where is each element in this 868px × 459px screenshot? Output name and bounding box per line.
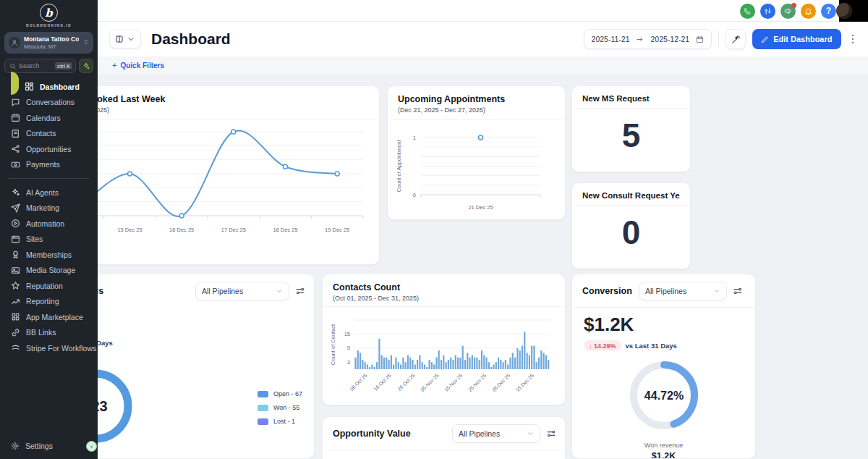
- app-marketplace-icon: [11, 312, 20, 321]
- sparkle-icon: [82, 62, 90, 70]
- phone-icon[interactable]: [740, 4, 755, 19]
- sidebar: b BOLDBOOKING.IO Montana Tattoo Co... Mi…: [0, 0, 98, 459]
- card-subtitle: (Oct 01, 2025 - Dec 31, 2025): [333, 295, 555, 302]
- card-opportunity-value: Opportunity Value All Pipelines: [322, 416, 566, 459]
- sidebar-item-settings[interactable]: Settings: [0, 438, 98, 453]
- conversion-gauge-chart[interactable]: 44.72%: [610, 353, 718, 441]
- svg-text:05 Nov 25: 05 Nov 25: [420, 373, 440, 393]
- search-placeholder: Search: [19, 62, 52, 70]
- sidebar-item-app-marketplace[interactable]: App Marketplace: [0, 309, 98, 325]
- opportunities-icon: [11, 144, 20, 153]
- sidebar-item-payments[interactable]: Payments: [0, 157, 98, 173]
- sidebar-item-dashboard[interactable]: Dashboard: [0, 79, 98, 95]
- date-from: 2025-11-21: [592, 35, 630, 43]
- sidebar-item-calendars[interactable]: Calendars: [0, 110, 98, 126]
- pencil-icon: [761, 35, 769, 43]
- pipelines-select[interactable]: All Pipelines: [639, 282, 727, 300]
- media-storage-icon: [11, 266, 20, 275]
- quick-filters-button[interactable]: + Quick Filters: [98, 56, 868, 74]
- dashboard-page: b BOLDBOOKING.IO Montana Tattoo Co... Mi…: [0, 0, 868, 459]
- sidebar-item-media-storage[interactable]: Media Storage: [0, 263, 98, 279]
- dashboard-switcher-button[interactable]: [109, 30, 141, 49]
- filter-sliders-icon[interactable]: [546, 429, 556, 439]
- svg-text:3: 3: [347, 359, 350, 366]
- divider: [718, 31, 719, 47]
- pipelines-select[interactable]: All Pipelines: [452, 424, 540, 443]
- stat-value: $1.2K: [584, 313, 744, 336]
- sidebar-item-reporting[interactable]: Reporting: [0, 294, 98, 310]
- reporting-icon: [11, 297, 20, 306]
- filter-sliders-icon[interactable]: [295, 286, 305, 296]
- svg-text:21 Dec 25: 21 Dec 25: [468, 204, 493, 211]
- svg-text:15 Dec 25: 15 Dec 25: [515, 373, 535, 393]
- card-new-consult-request: New Consult Request Yesterday 0: [571, 182, 691, 269]
- svg-text:16 Dec 25: 16 Dec 25: [169, 227, 194, 233]
- sidebar-item-reputation[interactable]: Reputation: [0, 278, 98, 294]
- sidebar-item-memberships[interactable]: Memberships: [0, 247, 98, 263]
- nav-divider: [9, 178, 89, 179]
- sidebar-item-label: Reporting: [26, 297, 59, 306]
- account-switcher[interactable]: Montana Tattoo Co... Missoula, MT: [4, 32, 93, 54]
- help-icon[interactable]: ?: [821, 4, 836, 19]
- account-location: Missoula, MT: [24, 43, 79, 50]
- bell-icon[interactable]: [801, 4, 816, 19]
- svg-text:05 Dec 25: 05 Dec 25: [491, 373, 511, 393]
- upcoming-line-chart[interactable]: 1021 Dec 25Count of Appointment: [388, 120, 565, 220]
- plus-icon: +: [112, 61, 116, 70]
- legend-label: Lost - 1: [273, 418, 295, 425]
- edit-dashboard-button[interactable]: Edit Dashboard: [752, 29, 841, 49]
- brand-name: BOLDBOOKING.IO: [26, 23, 72, 28]
- svg-text:1: 1: [413, 135, 416, 141]
- logo-icon: b: [40, 4, 58, 22]
- card-title: Opportunity Value: [333, 429, 411, 439]
- sidebar-item-label: BB Links: [26, 328, 56, 337]
- megaphone-icon[interactable]: [780, 4, 796, 19]
- contacts-bar-chart[interactable]: 391506 Oct 2516 Oct 2526 Oct 2505 Nov 25…: [323, 307, 565, 405]
- sidebar-item-marketing[interactable]: Marketing: [0, 201, 98, 216]
- sidebar-item-automation[interactable]: Automation: [0, 216, 98, 232]
- dashboard-icon: [25, 82, 34, 91]
- filter-sliders-icon[interactable]: [733, 286, 743, 296]
- sidebar-item-label: Contacts: [26, 129, 56, 138]
- card-subtitle: (Dec 21, 2025 - Dec 27, 2025): [398, 106, 555, 114]
- conversations-icon: [11, 98, 20, 107]
- legend-swatch: [258, 405, 268, 411]
- sidebar-item-stripe-for-workflows[interactable]: Stripe For Workflows: [0, 340, 98, 356]
- chevron-down-icon: [527, 430, 534, 437]
- svg-text:9: 9: [347, 345, 350, 351]
- svg-text:Count of Contact: Count of Contact: [330, 324, 336, 365]
- calendars-icon: [11, 113, 20, 122]
- sidebar-item-sites[interactable]: Sites: [0, 232, 98, 248]
- svg-text:26 Oct 25: 26 Oct 25: [396, 373, 415, 392]
- magic-wand-button[interactable]: [726, 29, 746, 49]
- sidebar-item-bb-links[interactable]: BB Links: [0, 325, 98, 341]
- search-icon: [9, 63, 16, 70]
- brand-logo: b BOLDBOOKING.IO: [0, 0, 98, 28]
- svg-text:18 Dec 25: 18 Dec 25: [273, 227, 297, 233]
- sidebar-item-ai-agents[interactable]: AI Agents: [0, 185, 98, 201]
- card-title: Upcoming Appointments: [398, 94, 555, 104]
- sidebar-item-contacts[interactable]: Contacts: [0, 126, 98, 142]
- card-upcoming-appointments: Upcoming Appointments (Dec 21, 2025 - De…: [387, 85, 566, 220]
- sidebar-item-opportunities[interactable]: Opportunities: [0, 141, 98, 157]
- more-options-button[interactable]: [848, 32, 859, 47]
- search-input[interactable]: Search ctrl K: [4, 59, 76, 73]
- svg-text:44.72%: 44.72%: [644, 389, 683, 402]
- marketing-icon: [11, 203, 20, 213]
- card-title: New Consult Request Yesterday: [582, 191, 680, 200]
- user-avatar[interactable]: [839, 0, 868, 22]
- date-range-picker[interactable]: 2025-11-21 2025-12-21: [584, 29, 712, 49]
- ai-search-button[interactable]: [79, 59, 93, 73]
- legend-item: Lost - 1: [258, 418, 302, 425]
- sidebar-item-label: Sites: [26, 235, 43, 243]
- search-shortcut-badge: ctrl K: [55, 62, 72, 70]
- pipelines-select[interactable]: All Pipelines: [195, 282, 289, 300]
- sidebar-item-label: Marketing: [26, 203, 59, 212]
- account-avatar-icon: [9, 37, 20, 49]
- card-title: Contacts Count: [333, 282, 555, 292]
- svg-text:15 Dec 25: 15 Dec 25: [117, 227, 142, 233]
- transfer-icon[interactable]: [760, 4, 775, 19]
- sidebar-collapse-button[interactable]: ‹: [86, 441, 97, 452]
- ai-agents-icon: [11, 188, 20, 197]
- sidebar-item-conversations[interactable]: Conversations: [0, 95, 98, 111]
